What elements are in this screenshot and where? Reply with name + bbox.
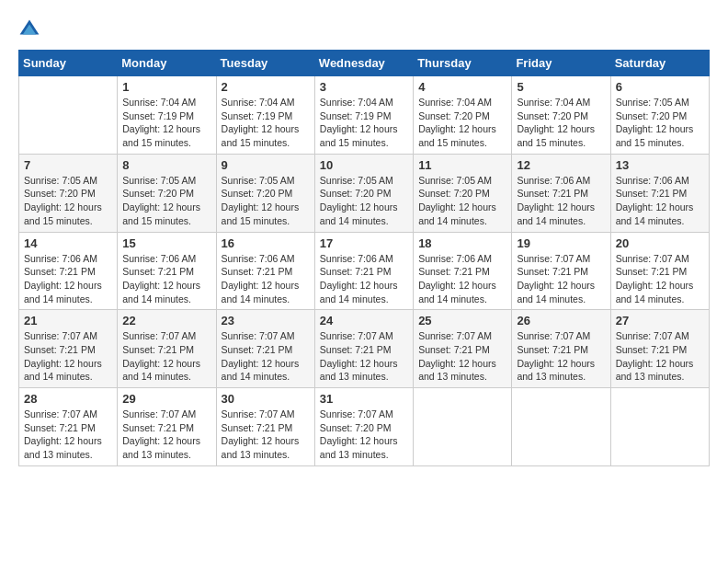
- calendar-week-row: 7Sunrise: 7:05 AMSunset: 7:20 PMDaylight…: [19, 154, 710, 232]
- day-info: Sunrise: 7:04 AMSunset: 7:19 PMDaylight:…: [320, 96, 408, 150]
- day-number: 16: [222, 236, 310, 250]
- calendar-cell: [610, 388, 709, 466]
- calendar-cell: 12Sunrise: 7:06 AMSunset: 7:21 PMDayligh…: [512, 154, 610, 232]
- calendar-cell: 2Sunrise: 7:04 AMSunset: 7:19 PMDaylight…: [216, 76, 314, 155]
- calendar-cell: 1Sunrise: 7:04 AMSunset: 7:19 PMDaylight…: [118, 76, 216, 155]
- day-number: 21: [24, 314, 112, 327]
- day-number: 10: [320, 158, 408, 172]
- day-info: Sunrise: 7:07 AMSunset: 7:21 PMDaylight:…: [616, 252, 704, 306]
- calendar-cell: 3Sunrise: 7:04 AMSunset: 7:19 PMDaylight…: [314, 76, 413, 155]
- day-info: Sunrise: 7:06 AMSunset: 7:21 PMDaylight:…: [517, 174, 605, 228]
- calendar-cell: 29Sunrise: 7:07 AMSunset: 7:21 PMDayligh…: [118, 388, 216, 466]
- calendar-cell: 13Sunrise: 7:06 AMSunset: 7:21 PMDayligh…: [610, 154, 709, 232]
- calendar-header-friday: Friday: [512, 51, 610, 76]
- day-number: 17: [320, 236, 408, 250]
- day-info: Sunrise: 7:06 AMSunset: 7:21 PMDaylight:…: [616, 174, 704, 228]
- day-number: 26: [517, 314, 605, 327]
- day-info: Sunrise: 7:07 AMSunset: 7:21 PMDaylight:…: [24, 329, 112, 384]
- day-number: 9: [222, 158, 310, 172]
- day-info: Sunrise: 7:06 AMSunset: 7:21 PMDaylight:…: [222, 252, 310, 306]
- calendar-cell: 28Sunrise: 7:07 AMSunset: 7:21 PMDayligh…: [19, 388, 118, 466]
- calendar-cell: 8Sunrise: 7:05 AMSunset: 7:20 PMDaylight…: [118, 154, 216, 232]
- day-number: 7: [24, 158, 112, 172]
- day-number: 3: [320, 80, 408, 94]
- day-info: Sunrise: 7:06 AMSunset: 7:21 PMDaylight:…: [418, 252, 506, 306]
- calendar-week-row: 28Sunrise: 7:07 AMSunset: 7:21 PMDayligh…: [19, 388, 710, 466]
- day-number: 22: [122, 314, 210, 327]
- day-info: Sunrise: 7:07 AMSunset: 7:21 PMDaylight:…: [122, 329, 210, 384]
- day-number: 4: [418, 80, 506, 94]
- calendar-cell: 25Sunrise: 7:07 AMSunset: 7:21 PMDayligh…: [414, 310, 512, 388]
- calendar-cell: [512, 388, 610, 466]
- calendar-week-row: 1Sunrise: 7:04 AMSunset: 7:19 PMDaylight…: [19, 76, 710, 155]
- calendar-header-monday: Monday: [118, 51, 216, 76]
- calendar-cell: 7Sunrise: 7:05 AMSunset: 7:20 PMDaylight…: [19, 154, 118, 232]
- day-info: Sunrise: 7:05 AMSunset: 7:20 PMDaylight:…: [24, 174, 112, 228]
- day-number: 18: [418, 236, 506, 250]
- day-info: Sunrise: 7:04 AMSunset: 7:20 PMDaylight:…: [517, 96, 605, 150]
- day-info: Sunrise: 7:05 AMSunset: 7:20 PMDaylight:…: [222, 174, 310, 228]
- day-info: Sunrise: 7:07 AMSunset: 7:20 PMDaylight:…: [320, 408, 408, 462]
- day-info: Sunrise: 7:07 AMSunset: 7:21 PMDaylight:…: [222, 408, 310, 462]
- day-info: Sunrise: 7:07 AMSunset: 7:21 PMDaylight:…: [517, 252, 605, 306]
- day-number: 23: [222, 314, 310, 327]
- calendar-cell: 14Sunrise: 7:06 AMSunset: 7:21 PMDayligh…: [19, 232, 118, 310]
- day-info: Sunrise: 7:05 AMSunset: 7:20 PMDaylight:…: [122, 174, 210, 228]
- calendar-cell: [19, 76, 118, 155]
- calendar-cell: 26Sunrise: 7:07 AMSunset: 7:21 PMDayligh…: [512, 310, 610, 388]
- calendar-table: SundayMondayTuesdayWednesdayThursdayFrid…: [18, 50, 710, 466]
- day-info: Sunrise: 7:07 AMSunset: 7:21 PMDaylight:…: [418, 329, 506, 384]
- day-info: Sunrise: 7:06 AMSunset: 7:21 PMDaylight:…: [24, 252, 112, 306]
- day-info: Sunrise: 7:06 AMSunset: 7:21 PMDaylight:…: [122, 252, 210, 306]
- day-info: Sunrise: 7:07 AMSunset: 7:21 PMDaylight:…: [122, 408, 210, 462]
- day-info: Sunrise: 7:07 AMSunset: 7:21 PMDaylight:…: [222, 329, 310, 384]
- calendar-cell: 10Sunrise: 7:05 AMSunset: 7:20 PMDayligh…: [314, 154, 413, 232]
- calendar-cell: 9Sunrise: 7:05 AMSunset: 7:20 PMDaylight…: [216, 154, 314, 232]
- day-number: 27: [616, 314, 704, 327]
- calendar-header-wednesday: Wednesday: [314, 51, 413, 76]
- calendar-cell: 11Sunrise: 7:05 AMSunset: 7:20 PMDayligh…: [414, 154, 512, 232]
- day-info: Sunrise: 7:05 AMSunset: 7:20 PMDaylight:…: [616, 96, 704, 150]
- calendar-cell: 22Sunrise: 7:07 AMSunset: 7:21 PMDayligh…: [118, 310, 216, 388]
- day-number: 25: [418, 314, 506, 327]
- day-number: 12: [517, 158, 605, 172]
- calendar-header-thursday: Thursday: [414, 51, 512, 76]
- day-info: Sunrise: 7:05 AMSunset: 7:20 PMDaylight:…: [320, 174, 408, 228]
- day-number: 1: [122, 80, 210, 94]
- calendar-header-tuesday: Tuesday: [216, 51, 314, 76]
- calendar-cell: 6Sunrise: 7:05 AMSunset: 7:20 PMDaylight…: [610, 76, 709, 155]
- day-number: 24: [320, 314, 408, 327]
- day-info: Sunrise: 7:04 AMSunset: 7:20 PMDaylight:…: [418, 96, 506, 150]
- calendar-cell: 16Sunrise: 7:06 AMSunset: 7:21 PMDayligh…: [216, 232, 314, 310]
- calendar-cell: 31Sunrise: 7:07 AMSunset: 7:20 PMDayligh…: [314, 388, 413, 466]
- day-info: Sunrise: 7:05 AMSunset: 7:20 PMDaylight:…: [418, 174, 506, 228]
- day-number: 30: [222, 392, 310, 406]
- calendar-cell: 15Sunrise: 7:06 AMSunset: 7:21 PMDayligh…: [118, 232, 216, 310]
- day-number: 19: [517, 236, 605, 250]
- calendar-cell: 24Sunrise: 7:07 AMSunset: 7:21 PMDayligh…: [314, 310, 413, 388]
- logo: [18, 18, 44, 40]
- calendar-header-row: SundayMondayTuesdayWednesdayThursdayFrid…: [19, 51, 710, 76]
- day-info: Sunrise: 7:06 AMSunset: 7:21 PMDaylight:…: [320, 252, 408, 306]
- day-number: 28: [24, 392, 112, 406]
- logo-icon: [18, 18, 40, 40]
- calendar-header-sunday: Sunday: [19, 51, 118, 76]
- calendar-header-saturday: Saturday: [610, 51, 709, 76]
- day-number: 20: [616, 236, 704, 250]
- calendar-cell: 19Sunrise: 7:07 AMSunset: 7:21 PMDayligh…: [512, 232, 610, 310]
- calendar-cell: 27Sunrise: 7:07 AMSunset: 7:21 PMDayligh…: [610, 310, 709, 388]
- day-number: 31: [320, 392, 408, 406]
- day-number: 15: [122, 236, 210, 250]
- day-info: Sunrise: 7:07 AMSunset: 7:21 PMDaylight:…: [517, 329, 605, 384]
- calendar-cell: 21Sunrise: 7:07 AMSunset: 7:21 PMDayligh…: [19, 310, 118, 388]
- calendar-cell: 23Sunrise: 7:07 AMSunset: 7:21 PMDayligh…: [216, 310, 314, 388]
- calendar-cell: 17Sunrise: 7:06 AMSunset: 7:21 PMDayligh…: [314, 232, 413, 310]
- calendar-week-row: 21Sunrise: 7:07 AMSunset: 7:21 PMDayligh…: [19, 310, 710, 388]
- calendar-cell: 18Sunrise: 7:06 AMSunset: 7:21 PMDayligh…: [414, 232, 512, 310]
- day-number: 11: [418, 158, 506, 172]
- day-info: Sunrise: 7:04 AMSunset: 7:19 PMDaylight:…: [122, 96, 210, 150]
- calendar-week-row: 14Sunrise: 7:06 AMSunset: 7:21 PMDayligh…: [19, 232, 710, 310]
- calendar-cell: 20Sunrise: 7:07 AMSunset: 7:21 PMDayligh…: [610, 232, 709, 310]
- page-header: [18, 18, 710, 40]
- calendar-cell: 30Sunrise: 7:07 AMSunset: 7:21 PMDayligh…: [216, 388, 314, 466]
